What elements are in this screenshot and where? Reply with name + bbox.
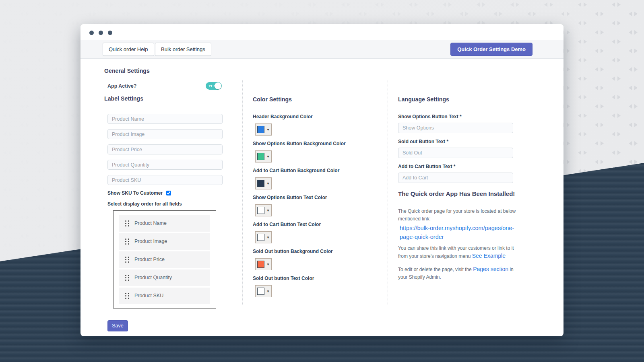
edit-text: To edit or delete the page, visit the Pa… [398,265,516,281]
chevron-down-icon: ▼ [266,263,270,266]
sold-out-text-color-picker[interactable]: ▼ [255,285,272,297]
drag-handle-icon[interactable] [125,275,129,281]
language-field-group: Sold out Button Text * [398,139,516,158]
toggle-knob [215,82,221,89]
general-settings-title: General Settings [104,68,222,74]
quick-order-settings-demo-button[interactable]: Quick Order Settings Demo [450,43,533,56]
color-setting-group: Add to Cart Button Text Color ▼ [253,222,386,243]
drag-handle-icon[interactable] [125,293,129,299]
show-sku-checkbox[interactable] [166,191,171,195]
list-item[interactable]: Product Image [119,233,210,250]
display-order-label: Select display order for all fields [107,201,222,207]
list-item-label: Product Price [134,257,165,262]
list-item-label: Product Image [134,239,167,244]
installed-title: The Quick order App Has Been Installed! [398,190,516,197]
chevron-down-icon: ▼ [266,290,270,293]
list-item-label: Product SKU [134,293,163,298]
color-swatch [257,234,264,241]
label-inputs [107,114,222,185]
edit-text-prefix: To edit or delete the page, visit the [398,267,472,272]
color-setting-label: Sold Out button Background Color [253,249,386,255]
color-setting-label: Add to Cart Button Background Color [253,168,386,175]
sold-out-text-label: Sold out Button Text * [398,139,516,146]
show-options-text-color-picker[interactable]: ▼ [255,204,272,216]
window-dot-icon [99,31,103,35]
list-item[interactable]: Product Price [119,251,210,268]
list-item[interactable]: Product SKU [119,288,210,304]
app-active-row: App Active? YES [107,82,222,90]
header-background-color-picker[interactable]: ▼ [255,123,272,136]
color-swatch [257,261,264,268]
show-options-text-field[interactable] [398,123,513,133]
color-swatch [257,288,264,295]
add-to-cart-text-label: Add to Cart Button Text * [398,164,516,171]
app-window: Quick order Help Bulk order Settings Qui… [80,24,564,336]
product-quantity-field[interactable] [107,160,223,170]
top-toolbar: Quick order Help Bulk order Settings Qui… [80,40,564,59]
quick-order-page-link[interactable]: https://bulk-order.myshopify.com/pages/o… [398,224,516,241]
color-setting-group: Add to Cart Button Background Color ▼ [253,168,386,189]
drag-handle-icon[interactable] [125,239,129,245]
color-setting-group: Show Options Button Background Color ▼ [253,141,386,162]
list-item-label: Product Quantity [134,275,172,280]
chevron-down-icon: ▼ [266,209,270,212]
column-divider [388,80,388,304]
located-text: The Quick order page for your store is l… [398,208,516,223]
product-sku-field[interactable] [107,175,223,185]
language-settings-title: Language Settings [398,96,516,103]
language-settings-column: Language Settings Show Options Button Te… [398,96,516,281]
color-swatch [257,180,264,187]
show-sku-label: Show SKU To Customer [107,190,163,196]
label-settings-title: Label Settings [104,95,222,102]
window-dot-icon [89,31,94,35]
column-divider [242,80,243,304]
chevron-down-icon: ▼ [266,155,270,158]
color-setting-label: Header Background Color [253,114,386,121]
color-setting-group: Show Options Button Text Color ▼ [253,195,386,216]
show-sku-row: Show SKU To Customer [107,190,222,196]
show-options-bg-color-picker[interactable]: ▼ [255,150,272,162]
drag-handle-icon[interactable] [125,257,129,263]
color-swatch [257,126,264,133]
color-setting-label: Sold Out button Text Color [253,276,386,282]
color-swatch [257,153,264,160]
product-price-field[interactable] [107,144,223,154]
drag-handle-icon[interactable] [125,220,129,226]
window-dot-icon [108,31,112,35]
chevron-down-icon: ▼ [266,128,270,132]
chevron-down-icon: ▼ [266,236,270,239]
color-setting-label: Show Options Button Text Color [253,195,386,202]
quick-order-help-button[interactable]: Quick order Help [103,43,154,56]
sold-out-text-field[interactable] [398,148,513,158]
color-setting-label: Show Options Button Background Color [253,141,386,148]
color-swatch [257,207,264,214]
list-item-label: Product Name [134,220,167,226]
color-settings-column: Color Settings Header Background Color ▼… [253,96,386,297]
app-active-toggle[interactable]: YES [206,82,222,90]
color-settings-title: Color Settings [253,96,386,103]
color-setting-group: Header Background Color ▼ [253,114,386,136]
language-field-group: Add to Cart Button Text * [398,164,516,183]
app-active-label: App Active? [107,83,136,89]
show-options-text-label: Show Options Button Text * [398,114,516,121]
list-item[interactable]: Product Quantity [119,269,210,286]
pages-section-link[interactable]: Pages section [473,266,508,272]
list-item[interactable]: Product Name [119,215,210,232]
color-setting-group: Sold Out button Background Color ▼ [253,249,386,270]
chevron-down-icon: ▼ [266,182,270,185]
sold-out-bg-color-picker[interactable]: ▼ [255,258,272,270]
color-setting-group: Sold Out button Text Color ▼ [253,276,386,297]
save-button[interactable]: Save [107,320,128,331]
share-text: You can share this link with your custom… [398,245,516,260]
see-example-link[interactable]: See Example [472,253,506,259]
product-name-field[interactable] [107,114,223,124]
add-to-cart-text-color-picker[interactable]: ▼ [255,231,272,243]
color-setting-label: Add to Cart Button Text Color [253,222,386,228]
language-field-group: Show Options Button Text * [398,114,516,133]
product-image-field[interactable] [107,129,223,139]
bulk-order-settings-button[interactable]: Bulk order Settings [155,43,211,56]
add-to-cart-bg-color-picker[interactable]: ▼ [255,177,272,189]
display-order-list: Product Name Product Image Product Price… [113,210,216,309]
desktop-background: Quick order Help Bulk order Settings Qui… [0,0,644,362]
add-to-cart-text-field[interactable] [398,173,513,183]
